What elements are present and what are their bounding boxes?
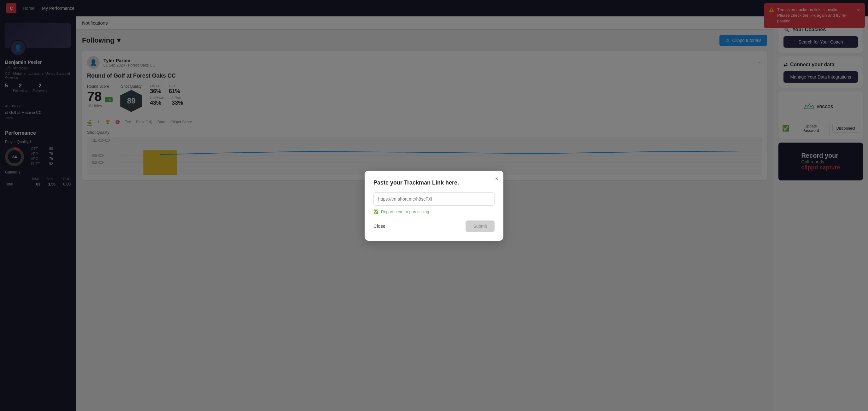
modal-actions: Close Submit [373, 220, 495, 232]
modal-submit-btn[interactable]: Submit [466, 220, 495, 232]
trackman-modal: Paste your Trackman Link here. × ✅ Repor… [365, 171, 503, 241]
modal-close-btn[interactable]: Close [373, 223, 385, 229]
modal-close-x-btn[interactable]: × [495, 176, 498, 182]
modal-success-message: ✅ Report sent for processing [373, 210, 495, 214]
modal-overlay: Paste your Trackman Link here. × ✅ Repor… [0, 0, 868, 411]
modal-title: Paste your Trackman Link here. [373, 180, 495, 186]
trackman-link-input[interactable] [373, 192, 495, 205]
success-check-icon: ✅ [373, 210, 378, 214]
